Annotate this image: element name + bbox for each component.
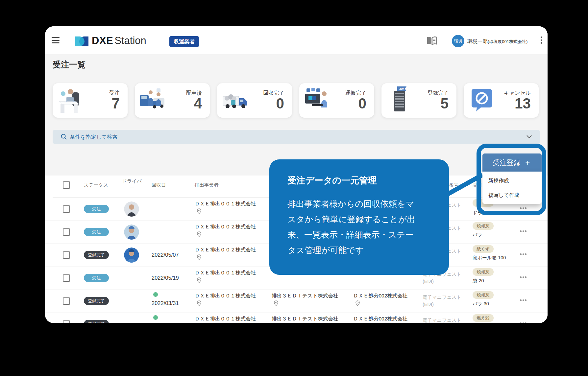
table-row: 登録完了 ＤＸＥ排出００１株式会社 排出３ＥＤＩテスト株式会社 ＤＸＥ処分002…	[45, 313, 548, 323]
location-pin-icon	[197, 231, 201, 237]
svg-text:JW: JW	[399, 87, 404, 91]
driver-status-dot	[153, 315, 158, 320]
manifest-cell: 電子マニフェスト(EDI)	[423, 317, 461, 323]
item-detail: 段ボール箱 100	[473, 255, 506, 261]
status-badge: 受注	[84, 228, 109, 236]
item-detail: バラ	[473, 232, 494, 238]
location-pin-icon	[197, 300, 201, 306]
collect-truck-icon	[220, 85, 251, 117]
emitter-cell: ＤＸＥ排出００２株式会社	[195, 223, 256, 237]
collect-date: 2022/05/19	[152, 275, 179, 281]
row-actions-menu[interactable]	[520, 276, 530, 279]
order-desk-icon	[55, 85, 87, 117]
item-badge: 焼却灰	[473, 222, 494, 230]
emitter-cell: ＤＸＥ排出００２株式会社	[195, 247, 256, 260]
item-badge: 焼却灰	[473, 291, 494, 299]
menu-item-create-copy[interactable]: 複写して作成	[488, 192, 519, 199]
row-checkbox[interactable]	[63, 320, 70, 323]
page-title: 受注一覧	[53, 59, 86, 70]
status-badge: 受注	[84, 274, 109, 282]
transport-screen-icon	[302, 85, 333, 117]
collect-date: 2022/03/31	[152, 300, 179, 306]
user-company-text: (環境展001株式会社)	[488, 39, 527, 44]
row-actions-menu[interactable]	[520, 230, 530, 233]
driver-avatar	[124, 201, 139, 217]
driver-avatar	[124, 224, 139, 240]
col-header-driver: ドライバー	[119, 178, 145, 191]
emitter-cell: ＤＸＥ排出００１株式会社	[195, 270, 256, 283]
col-header-emitter: 排出事業者	[195, 182, 219, 188]
app-title-dxe: DXE	[92, 35, 113, 46]
location-pin-icon	[274, 300, 278, 306]
site-cell: 排出３ＥＤＩテスト株式会社	[272, 316, 338, 322]
app-title: DXEStation	[92, 35, 146, 47]
status-badge: 登録完了	[84, 251, 109, 259]
stat-card-dispatched[interactable]: 配車済 4	[135, 83, 210, 118]
row-actions-menu[interactable]	[520, 253, 530, 256]
user-name-text: 環境一郎	[467, 38, 488, 44]
collect-date: 2022/05/07	[152, 252, 179, 258]
search-bar[interactable]: 条件を指定して検索	[53, 130, 540, 144]
row-checkbox[interactable]	[63, 251, 70, 259]
page-background: DXEStation 収運業者 環境 環境一郎(環境展001株式会社) 受注一覧	[0, 0, 588, 376]
order-register-spotlight: 受注登録＋ 新規作成 複写して作成	[477, 144, 546, 215]
item-cell: 焼却灰 袋 20	[473, 268, 494, 284]
select-all-checkbox[interactable]	[63, 181, 70, 189]
stat-value: 13	[515, 96, 531, 111]
item-detail: バラ 30	[473, 301, 494, 307]
site-cell: 排出３ＥＤＩテスト株式会社	[272, 293, 338, 306]
item-badge: 燃え殻	[473, 314, 494, 322]
row-actions-menu[interactable]	[520, 322, 530, 323]
item-badge: 紙くず	[473, 245, 494, 253]
hamburger-menu-icon[interactable]	[52, 37, 60, 44]
item-detail: 袋 20	[473, 278, 494, 284]
col-header-date: 回収日	[152, 182, 166, 188]
emitter-cell: ＤＸＥ排出００１株式会社	[195, 316, 256, 323]
item-cell: 焼却灰 バラ 30	[473, 291, 494, 307]
row-checkbox[interactable]	[63, 228, 70, 236]
driver-status-dot	[153, 292, 158, 297]
stat-card-registered[interactable]: JW 登録完了 5	[381, 83, 456, 118]
location-pin-icon	[197, 254, 201, 260]
stat-value: 7	[112, 96, 120, 111]
callout-body: 排出事業者様からの回収依頼をマ スタから簡単に登録することが出 来、一覧表示・詳…	[287, 196, 415, 258]
user-name[interactable]: 環境一郎(環境展001株式会社)	[467, 38, 527, 45]
stat-value: 0	[276, 96, 284, 111]
stat-card-cancelled[interactable]: キャンセル 13	[464, 83, 539, 118]
stat-value: 5	[441, 96, 449, 111]
row-checkbox[interactable]	[63, 297, 70, 305]
role-badge: 収運業者	[169, 36, 199, 47]
status-badge: 登録完了	[84, 320, 109, 323]
feature-callout: 受注データの一元管理 排出事業者様からの回収依頼をマ スタから簡単に登録すること…	[269, 159, 449, 275]
emitter-cell: ＤＸＥ排出００１株式会社	[195, 200, 256, 214]
emitter-cell: ＤＸＥ排出００１株式会社	[195, 293, 256, 306]
disposer-cell: ＤＸＥ処分002株式会社	[353, 316, 407, 322]
driver-avatar	[124, 247, 139, 263]
order-register-button[interactable]: 受注登録＋	[482, 153, 542, 172]
order-register-dropdown: 新規作成 複写して作成	[482, 172, 542, 204]
item-badge: 焼却灰	[473, 268, 494, 276]
stat-card-transported[interactable]: 運搬完了 0	[299, 83, 374, 118]
app-title-station: Station	[114, 35, 146, 46]
item-cell: 焼却灰 バラ	[473, 222, 494, 238]
item-cell: 紙くず 段ボール箱 100	[473, 245, 506, 261]
chevron-down-icon[interactable]	[526, 135, 532, 138]
row-checkbox[interactable]	[63, 274, 70, 282]
menu-item-create-new[interactable]: 新規作成	[488, 177, 509, 184]
user-avatar[interactable]: 環境	[452, 35, 464, 47]
app-window: DXEStation 収運業者 環境 環境一郎(環境展001株式会社) 受注一覧	[45, 26, 548, 323]
stat-card-collected[interactable]: 回収完了 0	[217, 83, 292, 118]
status-badge: 登録完了	[84, 297, 109, 305]
stat-card-order[interactable]: 受注 7	[53, 83, 128, 118]
item-cell: 燃え殻	[473, 314, 494, 323]
kebab-menu-icon[interactable]	[538, 36, 544, 46]
search-label: 条件を指定して検索	[70, 134, 117, 141]
stat-value: 0	[358, 96, 366, 111]
status-badge: 受注	[84, 205, 109, 213]
manual-book-icon[interactable]	[427, 36, 437, 47]
stat-value: 4	[194, 96, 202, 111]
table-row: 登録完了 2022/03/31 ＤＸＥ排出００１株式会社 排出３ＥＤＩテスト株式…	[45, 290, 548, 313]
manifest-cell: 電子マニフェスト(EDI)	[423, 294, 461, 308]
row-actions-menu[interactable]	[520, 299, 530, 302]
row-checkbox[interactable]	[63, 205, 70, 213]
